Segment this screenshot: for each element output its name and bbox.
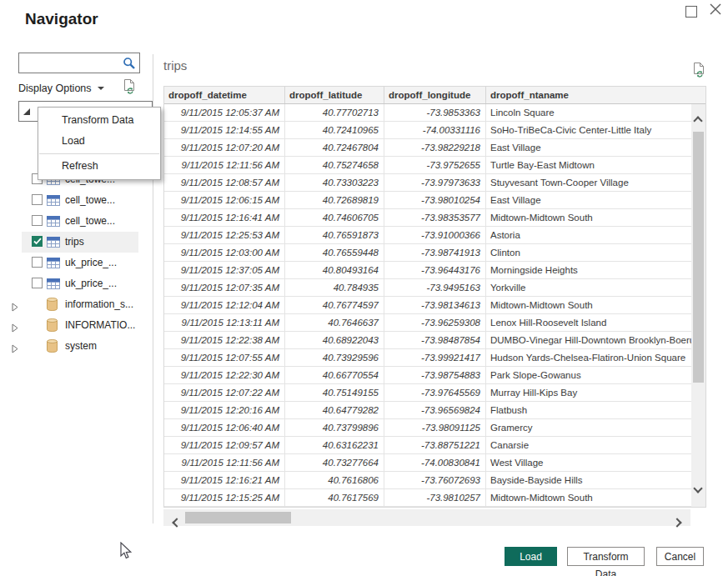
page-title: Navigator [25, 10, 98, 28]
load-button[interactable]: Load [505, 547, 557, 566]
cell-dropoff-latitude: 40.73799896 [285, 419, 384, 436]
table-checkbox[interactable] [32, 215, 43, 226]
cancel-button[interactable]: Cancel [656, 547, 704, 566]
data-preview-grid: dropoff_datetime dropoff_latitude dropof… [163, 86, 706, 508]
tree-item-cell-towe[interactable]: cell_towe... [10, 211, 153, 232]
close-button[interactable] [708, 2, 723, 17]
horizontal-scrollbar[interactable] [163, 509, 690, 526]
tree-item-information-s[interactable]: information_s... [10, 294, 153, 315]
transform-data-button[interactable]: Transform Data [567, 547, 645, 566]
refresh-table-icon[interactable] [692, 62, 706, 81]
scroll-right-arrow[interactable] [674, 514, 680, 529]
cell-dropoff-ntaname: Midtown-Midtown South [486, 489, 691, 506]
table-row: 9/11/2015 12:12:04 AM 40.76774597 -73.98… [164, 297, 691, 314]
cell-dropoff-ntaname: Morningside Heights [486, 262, 691, 278]
cell-dropoff-longitude: -73.98741913 [384, 244, 486, 261]
cell-dropoff-longitude: -73.9495163 [384, 279, 486, 296]
cell-dropoff-longitude: -73.98487854 [384, 332, 486, 348]
table-row: 9/11/2015 12:07:20 AM 40.72467804 -73.98… [164, 139, 691, 157]
refresh-preview-icon[interactable] [123, 78, 137, 98]
collapsed-twisty-icon[interactable] [12, 321, 18, 336]
table-row: 9/11/2015 12:08:57 AM 40.73303223 -73.97… [164, 174, 691, 192]
column-header-dropoff-latitude: dropoff_latitude [285, 87, 384, 103]
column-header-dropoff-datetime: dropoff_datetime [164, 87, 285, 103]
menu-item-refresh[interactable]: Refresh [38, 156, 160, 177]
table-checkbox[interactable] [32, 236, 43, 247]
cell-dropoff-ntaname: Midtown-Midtown South [486, 209, 691, 226]
table-row: 9/11/2015 12:11:56 AM 40.73277664 -74.00… [164, 454, 691, 472]
cell-dropoff-longitude: -73.97645569 [384, 384, 486, 401]
cell-dropoff-datetime: 9/11/2015 12:03:00 AM [164, 244, 285, 261]
search-icon[interactable] [123, 57, 136, 73]
cell-dropoff-ntaname: Gramercy [486, 419, 691, 436]
tree-item-label: trips [65, 236, 84, 248]
maximize-button[interactable] [685, 6, 697, 18]
table-row: 9/11/2015 12:16:41 AM 40.74606705 -73.98… [164, 209, 691, 227]
table-row: 9/11/2015 12:13:11 AM 40.7646637 -73.962… [164, 314, 691, 332]
tree-item-cell-towe[interactable]: cell_towe... [10, 190, 153, 211]
tree-item-label: information_s... [65, 298, 133, 310]
scroll-down-arrow[interactable] [695, 480, 701, 495]
table-checkbox[interactable] [32, 278, 43, 288]
vertical-scroll-thumb[interactable] [693, 132, 704, 383]
cell-dropoff-latitude: 40.66770554 [285, 367, 384, 383]
cell-dropoff-datetime: 9/11/2015 12:09:57 AM [164, 437, 285, 453]
display-options-dropdown[interactable]: Display Options [18, 83, 104, 94]
cell-dropoff-datetime: 9/11/2015 12:25:53 AM [164, 227, 285, 243]
tree-item-label: uk_price_... [65, 257, 117, 268]
cell-dropoff-datetime: 9/11/2015 12:06:40 AM [164, 419, 285, 436]
table-row: 9/11/2015 12:20:16 AM 40.64779282 -73.96… [164, 402, 691, 419]
table-row: 9/11/2015 12:25:53 AM 40.76591873 -73.91… [164, 227, 691, 244]
cell-dropoff-datetime: 9/11/2015 12:07:22 AM [164, 384, 285, 401]
collapsed-twisty-icon[interactable] [12, 300, 18, 315]
cell-dropoff-latitude: 40.72467804 [285, 139, 384, 156]
table-row: 9/11/2015 12:22:30 AM 40.66770554 -73.98… [164, 367, 691, 384]
cell-dropoff-ntaname: Turtle Bay-East Midtown [486, 157, 691, 173]
table-row: 9/11/2015 12:06:15 AM 40.72689819 -73.98… [164, 192, 691, 209]
horizontal-scroll-thumb[interactable] [185, 512, 291, 523]
cell-dropoff-longitude: -73.9853363 [384, 104, 486, 121]
table-icon [47, 236, 60, 251]
cell-dropoff-latitude: 40.77702713 [285, 104, 384, 121]
scroll-left-arrow[interactable] [173, 514, 180, 529]
cell-dropoff-latitude: 40.76774597 [285, 297, 384, 313]
collapsed-twisty-icon[interactable] [12, 342, 18, 357]
cell-dropoff-datetime: 9/11/2015 12:07:55 AM [164, 349, 285, 366]
cell-dropoff-latitude: 40.73929596 [285, 349, 384, 366]
table-row: 9/11/2015 12:05:37 AM 40.77702713 -73.98… [164, 104, 691, 122]
cell-dropoff-longitude: -73.96569824 [384, 402, 486, 418]
cell-dropoff-ntaname: DUMBO-Vinegar Hill-Downtown Brooklyn-Boe… [486, 332, 691, 348]
menu-item-load[interactable]: Load [38, 131, 160, 152]
cell-dropoff-latitude: 40.74606705 [285, 209, 384, 226]
cell-dropoff-datetime: 9/11/2015 12:15:25 AM [164, 489, 285, 506]
table-checkbox[interactable] [32, 194, 43, 205]
expanded-twisty-icon[interactable] [23, 108, 30, 115]
search-input[interactable] [23, 55, 123, 73]
grid-header: dropoff_datetime dropoff_latitude dropof… [164, 87, 705, 104]
tree-item-trips[interactable]: trips [10, 232, 153, 253]
cell-dropoff-latitude: 40.76559448 [285, 244, 384, 261]
cell-dropoff-datetime: 9/11/2015 12:14:55 AM [164, 122, 285, 138]
cell-dropoff-longitude: -73.96259308 [384, 314, 486, 331]
tree-item-label: cell_towe... [65, 215, 115, 227]
tree-item-informatio[interactable]: INFORMATIO... [10, 315, 153, 336]
tree-item-uk-price[interactable]: uk_price_... [10, 273, 153, 294]
cell-dropoff-longitude: -73.98010254 [384, 192, 486, 208]
cell-dropoff-longitude: -73.9752655 [384, 157, 486, 173]
tree-item-uk-price[interactable]: uk_price_... [10, 253, 153, 273]
menu-item-transform-data[interactable]: Transform Data [38, 110, 160, 131]
cell-dropoff-ntaname: Lenox Hill-Roosevelt Island [486, 314, 691, 331]
table-checkbox[interactable] [32, 257, 43, 268]
vertical-scrollbar[interactable] [691, 104, 705, 507]
table-row: 9/11/2015 12:11:56 AM 40.75274658 -73.97… [164, 157, 691, 174]
scroll-up-arrow[interactable] [695, 113, 701, 128]
cell-dropoff-latitude: 40.63162231 [285, 437, 384, 453]
table-row: 9/11/2015 12:22:38 AM 40.68922043 -73.98… [164, 332, 691, 349]
cell-dropoff-longitude: -73.98091125 [384, 419, 486, 436]
cell-dropoff-ntaname: SoHo-TriBeCa-Civic Center-Little Italy [486, 122, 691, 138]
cell-dropoff-ntaname: West Village [486, 454, 691, 471]
tree-item-system[interactable]: system [10, 336, 153, 357]
cell-dropoff-datetime: 9/11/2015 12:05:37 AM [164, 104, 285, 121]
cell-dropoff-ntaname: Clinton [486, 244, 691, 261]
cell-dropoff-longitude: -73.98134613 [384, 297, 486, 313]
